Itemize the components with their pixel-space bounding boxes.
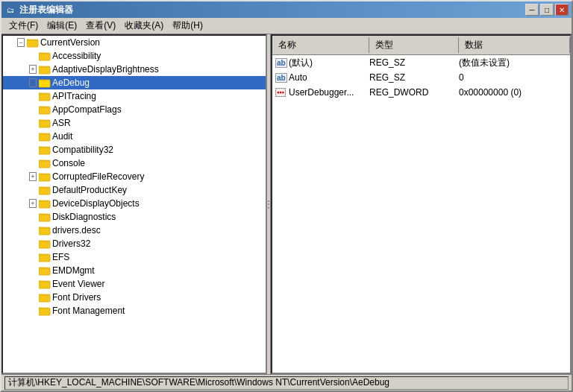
tree-expander[interactable] [27,171,39,183]
title-bar: 🗂 注册表编辑器 ─ □ ✕ [1,1,572,18]
folder-icon [39,144,51,156]
tree-expander[interactable] [27,77,39,89]
menu-edit[interactable]: 编辑(E) [43,18,81,34]
svg-rect-41 [39,215,50,221]
registry-value-data: 0 [459,72,570,83]
tree-expander [27,211,39,223]
svg-rect-11 [39,80,50,87]
tree-item-label: Drivers32 [52,238,90,249]
tree-expander [27,184,39,196]
folder-icon [39,171,51,183]
tree-item[interactable]: CurrentVersion [3,36,266,49]
tree-item[interactable]: drivers.desc [3,224,266,237]
registry-row[interactable]: abAutoREG_SZ0 [272,70,570,85]
svg-rect-2 [27,40,38,47]
svg-rect-53 [39,268,50,275]
tree-item[interactable]: Accessibility [3,49,266,63]
folder-icon [39,211,51,223]
tree-item[interactable]: AppCompatFlags [3,103,266,116]
tree-item[interactable]: AeDebug [3,76,266,89]
tree-scroll[interactable]: CurrentVersion Accessibility AdaptiveDis… [3,36,266,373]
folder-icon [39,278,51,290]
svg-rect-50 [39,255,50,262]
tree-item[interactable]: EFS [3,250,266,264]
title-bar-icon: 🗂 [4,4,16,16]
tree-item-label: APITracing [52,91,96,101]
tree-item[interactable]: DefaultProductKey [3,183,266,197]
svg-rect-20 [39,121,50,127]
tree-expander [27,117,39,129]
tree-expander [27,104,39,116]
registry-value-data: 0x00000000 (0) [459,87,570,98]
folder-icon [39,251,51,263]
maximize-button[interactable]: □ [540,4,554,16]
title-bar-text: 注册表编辑器 [19,4,525,16]
registry-value-icon: ab [272,73,287,83]
tree-panel: CurrentVersion Accessibility AdaptiveDis… [1,34,266,374]
tree-expander [27,157,39,169]
svg-rect-47 [39,241,50,248]
tree-item[interactable]: EMDMgmt [3,264,266,277]
tree-item-label: Event Viewer [52,279,104,289]
menu-favorites[interactable]: 收藏夹(A) [120,18,168,34]
tree-expander [27,265,39,276]
svg-rect-8 [39,67,50,74]
registry-value-name: Auto [287,72,369,83]
minimize-button[interactable]: ─ [525,4,539,16]
svg-rect-14 [39,94,50,101]
tree-item-label: Accessibility [52,51,101,61]
svg-rect-26 [39,148,50,154]
tree-expander [27,90,39,102]
tree-item-label: DiskDiagnostics [52,212,116,222]
tree-item[interactable]: Font Management [3,304,266,317]
svg-rect-5 [39,54,50,60]
registry-row[interactable]: ▪▪▪UserDebugger...REG_DWORD0x00000000 (0… [272,85,570,100]
menu-help[interactable]: 帮助(H) [168,18,207,34]
title-bar-buttons: ─ □ ✕ [525,4,569,16]
tree-expander [27,278,39,290]
tree-item[interactable]: Event Viewer [3,277,266,291]
registry-value-type: REG_SZ [369,57,459,68]
folder-icon [39,117,51,129]
svg-rect-32 [39,174,50,181]
folder-icon [39,291,51,303]
registry-row[interactable]: ab(默认)REG_SZ(数值未设置) [272,55,570,70]
tree-item[interactable]: Drivers32 [3,237,266,250]
tree-item[interactable]: CorruptedFileRecovery [3,170,266,183]
tree-item-label: CurrentVersion [40,37,100,48]
menu-file[interactable]: 文件(F) [4,18,43,34]
svg-rect-29 [39,161,50,168]
registry-value-icon: ab [272,58,287,68]
tree-expander[interactable] [15,37,27,48]
tree-item-label: drivers.desc [52,225,101,235]
tree-expander[interactable] [27,197,39,209]
tree-item[interactable]: ASR [3,116,266,130]
right-panel: 名称 类型 数据 ab(默认)REG_SZ(数值未设置)abAutoREG_SZ… [271,34,572,374]
registry-value-type: REG_SZ [369,72,459,83]
tree-item[interactable]: Compatibility32 [3,143,266,157]
close-button[interactable]: ✕ [555,4,569,16]
folder-icon [39,184,51,196]
tree-item[interactable]: Font Drivers [3,291,266,304]
folder-icon [39,50,51,62]
tree-item[interactable]: AdaptiveDisplayBrightness [3,63,266,76]
tree-item-label: Font Drivers [52,292,101,303]
registry-value-name: (默认) [287,57,369,69]
tree-expander [27,251,39,263]
tree-item[interactable]: Audit [3,130,266,143]
tree-item[interactable]: DeviceDisplayObjects [3,197,266,210]
menu-view[interactable]: 查看(V) [81,18,120,34]
tree-item[interactable]: DiskDiagnostics [3,210,266,224]
tree-expander [27,238,39,250]
folder-icon [39,305,51,317]
tree-item[interactable]: APITracing [3,89,266,103]
svg-rect-62 [39,309,50,315]
tree-item[interactable]: Console [3,157,266,170]
status-bar: 计算机\HKEY_LOCAL_MACHINE\SOFTWARE\Microsof… [1,374,572,391]
tree-expander[interactable] [27,63,39,75]
svg-rect-38 [39,201,50,208]
svg-rect-23 [39,134,50,141]
tree-item-label: EFS [52,252,69,262]
content-area: CurrentVersion Accessibility AdaptiveDis… [1,34,572,374]
svg-rect-35 [39,188,50,195]
